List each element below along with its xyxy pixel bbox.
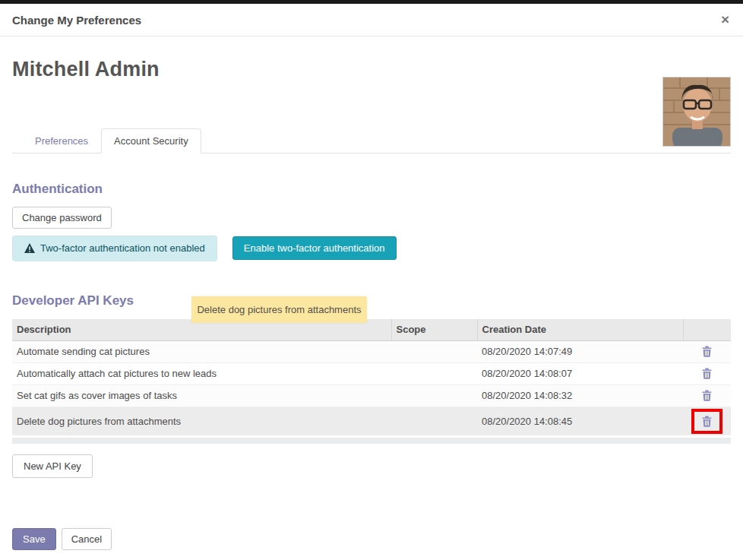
twofactor-row: Two-factor authentication not enabled En…	[12, 236, 731, 261]
delete-icon-wrap	[699, 348, 715, 359]
delete-icon-wrap	[699, 392, 715, 403]
cancel-button[interactable]: Cancel	[62, 528, 112, 550]
change-password-button[interactable]: Change password	[12, 207, 112, 229]
cell-creation-date: 08/20/2020 14:08:32	[477, 384, 683, 407]
column-header-creation-date[interactable]: Creation Date	[477, 319, 683, 340]
tab-account-security[interactable]: Account Security	[101, 128, 201, 153]
avatar	[662, 77, 731, 147]
api-keys-heading: Developer API Keys	[12, 293, 731, 308]
modal-header: Change My Preferences ×	[0, 4, 743, 36]
delete-icon-wrap	[691, 409, 722, 434]
column-header-actions	[683, 319, 731, 340]
cell-scope	[391, 340, 477, 362]
api-keys-table-body: Automate sending cat pictures 08/20/2020…	[12, 340, 731, 435]
table-empty-row-strip	[12, 438, 731, 444]
modal-body: Mitchell Admin Preferences	[0, 58, 743, 560]
delete-icon-wrap	[699, 370, 715, 381]
new-api-key-button[interactable]: New API Key	[12, 454, 93, 478]
cell-description: Set cat gifs as cover images of tasks	[12, 384, 391, 407]
cell-creation-date: 08/20/2020 14:08:07	[477, 362, 683, 384]
delete-api-key-button[interactable]	[699, 388, 715, 403]
table-row[interactable]: Automate sending cat pictures 08/20/2020…	[12, 340, 731, 362]
delete-api-key-button[interactable]	[699, 344, 715, 359]
twofactor-status-badge: Two-factor authentication not enabled	[12, 236, 217, 261]
cell-scope	[391, 362, 477, 384]
modal-title: Change My Preferences	[12, 14, 141, 27]
trash-icon	[702, 368, 712, 379]
modal-footer: Save Cancel	[12, 528, 731, 560]
save-button[interactable]: Save	[12, 528, 56, 550]
api-keys-table: Description Scope Creation Date Automate…	[12, 319, 731, 435]
tab-preferences[interactable]: Preferences	[22, 128, 101, 153]
trash-icon	[702, 390, 712, 401]
warning-icon	[24, 243, 35, 253]
trash-icon	[702, 416, 712, 427]
cell-scope	[391, 384, 477, 407]
cell-description: Automatically attach cat pictures to new…	[12, 362, 391, 384]
twofactor-status-text: Two-factor authentication not enabled	[40, 242, 205, 254]
table-row[interactable]: Automatically attach cat pictures to new…	[12, 362, 731, 384]
cell-creation-date: 08/20/2020 14:08:45	[477, 407, 683, 435]
cell-description: Delete dog pictures from attachments	[12, 407, 391, 435]
enable-twofactor-button[interactable]: Enable two-factor authentication	[232, 236, 397, 260]
api-keys-table-header: Description Scope Creation Date	[12, 319, 731, 340]
column-header-scope[interactable]: Scope	[391, 319, 477, 340]
page-title: Mitchell Admin	[12, 58, 731, 81]
cell-scope	[391, 407, 477, 435]
delete-api-key-button[interactable]	[699, 366, 715, 381]
tooltip: Delete dog pictures from attachments	[191, 296, 367, 323]
trash-icon	[702, 346, 712, 357]
cell-creation-date: 08/20/2020 14:07:49	[477, 340, 683, 362]
delete-api-key-button[interactable]	[699, 414, 715, 429]
table-row[interactable]: Delete dog pictures from attachments 08/…	[12, 407, 731, 435]
table-row[interactable]: Set cat gifs as cover images of tasks 08…	[12, 384, 731, 407]
cell-description: Automate sending cat pictures	[12, 340, 391, 362]
close-icon[interactable]: ×	[719, 14, 731, 26]
tab-bar: Preferences Account Security	[12, 128, 731, 153]
authentication-heading: Authentication	[12, 182, 731, 197]
avatar-illustration	[663, 78, 731, 147]
